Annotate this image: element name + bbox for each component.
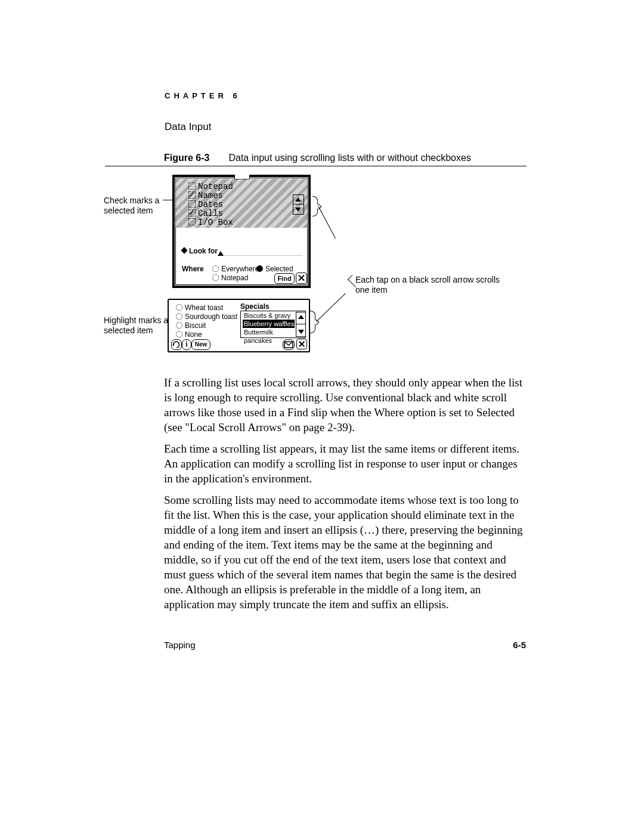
scroll-arrows[interactable] <box>296 312 306 337</box>
checkbox-names[interactable]: Names <box>188 191 223 200</box>
radio-icon <box>176 331 182 337</box>
page: CHAPTER 6 Data Input Figure 6-3Data inpu… <box>0 0 644 833</box>
checkbox-checked-icon <box>188 209 196 216</box>
checkbox-notepad[interactable]: Notepad <box>188 182 233 191</box>
checkbox-label: Calls <box>198 209 223 218</box>
radio-everywhere[interactable]: Everywhere <box>212 265 259 273</box>
radio-selected[interactable]: Selected <box>256 265 293 273</box>
checkbox-calls[interactable]: Calls <box>188 209 223 218</box>
find-button[interactable]: Find <box>274 273 295 284</box>
callout-line <box>318 206 336 239</box>
body-paragraph: If a scrolling list uses local scroll ar… <box>164 375 525 435</box>
checkbox-icon <box>188 182 196 190</box>
page-number: 6-5 <box>513 640 526 650</box>
checkbox-label: I/O Box <box>198 218 233 227</box>
lookfor-picker[interactable]: Look for <box>182 247 218 255</box>
option-sourdough[interactable]: Sourdough toast <box>176 312 237 321</box>
body-paragraph: Some scrolling lists may need to accommo… <box>164 493 525 612</box>
checkbox-checked-icon <box>188 191 196 199</box>
radio-notepad[interactable]: Notepad <box>212 274 248 282</box>
where-label: Where <box>182 265 204 273</box>
radio-icon <box>212 265 219 272</box>
figure-caption: Figure 6-3Data input using scrolling lis… <box>164 153 471 163</box>
close-button[interactable] <box>296 272 307 284</box>
brace-icon <box>310 311 315 333</box>
radio-icon <box>176 304 182 311</box>
figure-number: Figure 6-3 <box>164 153 209 163</box>
option-biscuit[interactable]: Biscuit <box>176 321 206 330</box>
option-none[interactable]: None <box>176 330 202 339</box>
section-title: Data Input <box>165 121 211 133</box>
checkbox-icon <box>188 218 196 225</box>
checkbox-icon <box>188 200 196 208</box>
specials-item[interactable]: Biscuits & gravy <box>243 311 295 320</box>
body-paragraph: Each time a scrolling list appears, it m… <box>164 441 525 486</box>
specials-item-selected[interactable]: Blueberry waffles <box>243 320 295 328</box>
callout-scrollhint: Each tap on a black scroll arrow scrolls… <box>355 275 507 295</box>
radio-icon <box>176 322 182 329</box>
callout-line <box>316 293 346 322</box>
checkbox-label: Names <box>198 191 223 200</box>
footer-section: Tapping <box>164 640 196 650</box>
radio-icon <box>212 274 219 281</box>
radio-checked-icon <box>256 265 263 272</box>
specials-title: Specials <box>240 302 270 311</box>
scroll-arrows[interactable] <box>293 194 304 215</box>
new-button[interactable]: New <box>191 339 210 350</box>
info-button[interactable]: i <box>182 339 191 350</box>
option-wheat-toast[interactable]: Wheat toast <box>176 304 223 312</box>
brace-icon <box>312 196 318 216</box>
close-button[interactable] <box>296 339 307 349</box>
callout-checkmarks: Check marks a selected item <box>104 196 166 216</box>
specials-item[interactable]: Buttermilk pancakes <box>243 328 295 336</box>
checkbox-label: Notepad <box>198 182 233 191</box>
envelope-button[interactable] <box>283 339 295 350</box>
undo-button[interactable] <box>171 339 182 350</box>
chapter-label: CHAPTER 6 <box>165 91 241 100</box>
figure-caption-text: Data input using scrolling lists with or… <box>228 153 470 163</box>
caret-up-icon[interactable] <box>218 251 224 256</box>
specials-list: Biscuits & gravy Blueberry waffles Butte… <box>240 311 306 338</box>
checkbox-iobox[interactable]: I/O Box <box>188 218 233 227</box>
diamond-icon <box>181 247 187 253</box>
checkbox-label: Dates <box>198 200 223 209</box>
list-panel: Wheat toast Sourdough toast Biscuit None… <box>168 299 310 352</box>
callout-highlight: Highlight marks a selected item <box>104 315 172 336</box>
input-line[interactable] <box>218 255 302 256</box>
find-slip-panel: Notepad Names Dates Calls I/O Box Look f… <box>172 175 311 288</box>
figure-rule <box>105 166 527 166</box>
radio-icon <box>176 313 182 320</box>
